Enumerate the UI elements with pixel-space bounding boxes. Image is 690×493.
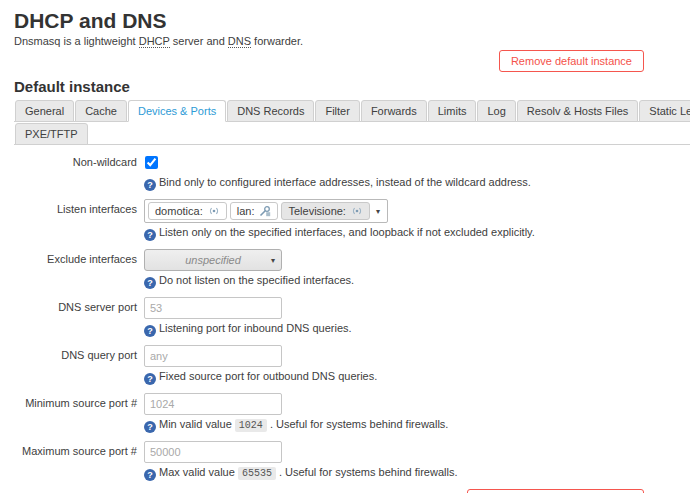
min-source-port-help: ?Min valid value 1024 . Useful for syste… — [144, 417, 690, 433]
devices-ports-form: Non-wildcard ?Bind only to configured in… — [14, 152, 690, 481]
dns-query-port-label: DNS query port — [14, 345, 144, 385]
help-icon: ? — [144, 469, 156, 481]
help-text: . Useful for systems behind firewalls. — [267, 418, 449, 430]
exclude-interfaces-select[interactable]: unspecified ▾ — [144, 249, 282, 271]
tab-filter[interactable]: Filter — [315, 100, 359, 122]
help-text: . Useful for systems behind firewalls. — [276, 466, 458, 478]
page-title: DHCP and DNS — [14, 9, 690, 32]
tab-cache[interactable]: Cache — [75, 100, 127, 122]
help-text: Do not listen on the specified interface… — [159, 274, 354, 286]
tab-row-1: GeneralCacheDevices & PortsDNS RecordsFi… — [14, 100, 690, 122]
help-icon: ? — [144, 229, 156, 241]
tab-forwards[interactable]: Forwards — [361, 100, 427, 122]
token-domotica[interactable]: domotica: — [148, 202, 227, 220]
non-wildcard-label: Non-wildcard — [14, 152, 144, 191]
max-source-port-input[interactable] — [144, 441, 282, 463]
tab-static-leases[interactable]: Static Leases — [639, 100, 690, 122]
abbr-dhcp: DHCP — [139, 35, 170, 48]
help-icon: ? — [144, 325, 156, 337]
non-wildcard-help: ?Bind only to configured interface addre… — [144, 175, 690, 191]
form-row-dns-query-port: DNS query port ?Fixed source port for ou… — [14, 345, 690, 385]
dns-server-port-help: ?Listening port for inbound DNS queries. — [144, 321, 690, 337]
dns-server-port-label: DNS server port — [14, 297, 144, 337]
wireless-icon — [351, 205, 363, 217]
form-row-min-source-port: Minimum source port # ?Min valid value 1… — [14, 393, 690, 433]
help-text: Listening port for inbound DNS queries. — [159, 322, 352, 334]
wireless-icon — [208, 205, 220, 217]
token-label: Televisione: — [288, 205, 345, 217]
exclude-interfaces-label: Exclude interfaces — [14, 249, 144, 289]
help-text: Listen only on the specified interfaces,… — [159, 226, 535, 238]
tab-general[interactable]: General — [15, 100, 74, 122]
help-text: Min valid value — [159, 418, 235, 430]
form-row-exclude-interfaces: Exclude interfaces unspecified ▾ ?Do not… — [14, 249, 690, 289]
code-chip: 1024 — [235, 419, 267, 432]
tab-dns-records[interactable]: DNS Records — [227, 100, 314, 122]
tab-resolv-hosts-files[interactable]: Resolv & Hosts Files — [517, 100, 638, 122]
remove-default-instance-button[interactable]: Remove default instance — [499, 50, 644, 72]
help-icon: ? — [144, 179, 156, 191]
max-source-port-label: Maximum source port # — [14, 441, 144, 481]
code-chip: 65535 — [238, 467, 276, 480]
listen-interfaces-label: Listen interfaces — [14, 199, 144, 241]
help-icon: ? — [144, 421, 156, 433]
token-label: lan: — [237, 205, 255, 217]
tab-row-2: PXE/TFTP — [14, 123, 690, 145]
token-televisione[interactable]: Televisione: — [281, 202, 369, 220]
abbr-dns: DNS — [228, 35, 251, 48]
tab-pxe-tftp[interactable]: PXE/TFTP — [15, 123, 88, 145]
chevron-down-icon: ▾ — [271, 256, 275, 265]
form-row-dns-server-port: DNS server port ?Listening port for inbo… — [14, 297, 690, 337]
non-wildcard-checkbox[interactable] — [145, 156, 158, 169]
token-lan[interactable]: lan: — [230, 202, 279, 220]
min-source-port-label: Minimum source port # — [14, 393, 144, 433]
help-text: Max valid value — [159, 466, 238, 478]
token-label: domotica: — [155, 205, 203, 217]
help-icon: ? — [144, 277, 156, 289]
remove-guest-instance-button[interactable]: Remove instance "dhcp_guest" — [467, 489, 644, 493]
form-row-max-source-port: Maximum source port # ?Max valid value 6… — [14, 441, 690, 481]
help-text: Fixed source port for outbound DNS queri… — [159, 370, 377, 382]
subtitle-text: Dnsmasq is a lightweight — [14, 35, 139, 47]
page: DHCP and DNS Dnsmasq is a lightweight DH… — [0, 0, 690, 493]
default-instance-heading: Default instance — [14, 78, 690, 95]
subtitle-text: server and — [170, 35, 228, 47]
selected-value: unspecified — [185, 254, 241, 266]
form-row-listen-interfaces: Listen interfaces domotica: lan: Televis… — [14, 199, 690, 241]
tab-devices-and-ports[interactable]: Devices & Ports — [128, 100, 226, 122]
help-text: Bind only to configured interface addres… — [159, 176, 531, 188]
form-row-non-wildcard: Non-wildcard ?Bind only to configured in… — [14, 152, 690, 191]
wrench-icon — [259, 205, 271, 217]
help-icon: ? — [144, 373, 156, 385]
chevron-down-icon[interactable]: ▾ — [373, 207, 384, 216]
min-source-port-input[interactable] — [144, 393, 282, 415]
listen-interfaces-help: ?Listen only on the specified interfaces… — [144, 225, 690, 241]
dns-query-port-input[interactable] — [144, 345, 282, 367]
dns-server-port-input[interactable] — [144, 297, 282, 319]
listen-interfaces-multiselect[interactable]: domotica: lan: Televisione: ▾ — [144, 199, 388, 223]
tab-log[interactable]: Log — [477, 100, 515, 122]
dns-query-port-help: ?Fixed source port for outbound DNS quer… — [144, 369, 690, 385]
tab-limits[interactable]: Limits — [428, 100, 477, 122]
subtitle-text: forwarder. — [251, 35, 303, 47]
max-source-port-help: ?Max valid value 65535 . Useful for syst… — [144, 465, 690, 481]
exclude-interfaces-help: ?Do not listen on the specified interfac… — [144, 273, 690, 289]
page-subtitle: Dnsmasq is a lightweight DHCP server and… — [14, 35, 690, 47]
